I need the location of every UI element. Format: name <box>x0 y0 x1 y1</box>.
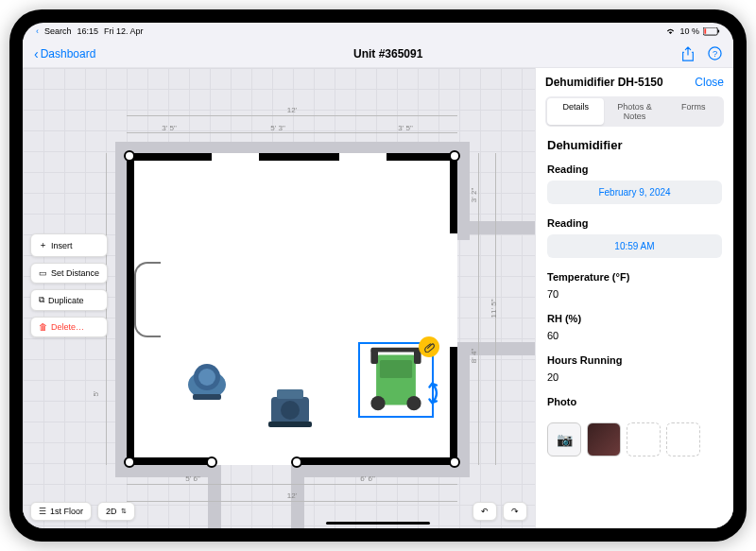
corner-handle[interactable] <box>449 150 460 162</box>
floor-selector[interactable]: ☰1st Floor <box>30 502 92 521</box>
tab-forms[interactable]: Forms <box>665 98 722 125</box>
nav-bar: ‹ Dashboard Unit #365091 ? <box>23 40 733 68</box>
photo-thumbnail[interactable] <box>587 422 621 456</box>
rh-label: RH (%) <box>547 313 722 324</box>
undo-button[interactable]: ↶ <box>472 502 497 521</box>
temperature-label: Temperature (°F) <box>547 271 722 283</box>
set-distance-label: Set Distance <box>51 268 99 278</box>
home-indicator[interactable] <box>326 522 430 525</box>
duplicate-button[interactable]: ⧉Duplicate <box>30 289 108 311</box>
hours-value[interactable]: 20 <box>547 371 722 383</box>
share-icon <box>681 46 695 61</box>
dim-line <box>127 115 457 116</box>
battery-icon <box>703 27 720 36</box>
set-distance-button[interactable]: ▭Set Distance <box>30 263 108 284</box>
air-mover-icon <box>264 380 316 432</box>
status-bar: ‹ Search 16:15 Fri 12. Apr 10 % <box>23 23 733 40</box>
camera-icon: 📷 <box>557 432 573 447</box>
dim-top-a: 3' 5" <box>127 124 212 132</box>
air-mover-icon <box>183 356 231 404</box>
section-title: Dehumidifier <box>536 134 733 160</box>
corner-handle[interactable] <box>124 150 135 162</box>
svg-point-10 <box>281 401 300 420</box>
paperclip-icon <box>424 342 435 353</box>
wall[interactable] <box>450 153 457 233</box>
tab-details[interactable]: Details <box>547 98 604 125</box>
air-mover-1[interactable] <box>183 356 231 404</box>
tab-photos-notes[interactable]: Photos & Notes <box>606 98 662 125</box>
rotate-handle[interactable] <box>428 380 443 411</box>
wall[interactable] <box>450 347 457 465</box>
plus-icon: ＋ <box>39 239 47 251</box>
ipad-frame: ‹ Search 16:15 Fri 12. Apr 10 % ‹ Dashbo… <box>9 9 747 542</box>
help-button[interactable]: ? <box>707 46 722 61</box>
svg-point-19 <box>406 396 421 410</box>
svg-rect-17 <box>370 348 421 353</box>
left-toolbar: ＋Insert ▭Set Distance ⧉Duplicate 🗑Delete… <box>30 233 108 337</box>
close-button[interactable]: Close <box>695 76 724 89</box>
insert-label: Insert <box>51 241 73 250</box>
wall[interactable] <box>297 457 457 465</box>
svg-point-18 <box>370 396 385 410</box>
dim-top-outer: 12' <box>127 106 457 114</box>
dim-right-a: 3' 2" <box>470 188 478 203</box>
corner-handle[interactable] <box>124 456 135 468</box>
delete-button[interactable]: 🗑Delete… <box>30 317 108 337</box>
view-mode-selector[interactable]: 2D⇅ <box>97 502 135 521</box>
floor-plan-canvas[interactable]: 12' 3' 5" 5' 3" 3' 5" 4' 5' 11' 5" 3' 2"… <box>23 68 535 528</box>
share-button[interactable] <box>680 46 696 61</box>
attachment-badge[interactable] <box>419 336 439 357</box>
svg-point-7 <box>198 369 215 386</box>
add-photo-camera[interactable]: 📷 <box>547 422 581 456</box>
wall[interactable] <box>127 457 212 465</box>
page-title: Unit #365091 <box>353 47 422 60</box>
floor-label: 1st Floor <box>50 507 83 516</box>
air-mover-2[interactable] <box>264 380 316 432</box>
status-back-label[interactable]: Search <box>44 26 72 36</box>
corner-handle[interactable] <box>449 456 460 468</box>
mode-label: 2D <box>106 507 117 516</box>
dim-bot-b: 6' 6" <box>278 474 457 483</box>
dehumidifier-icon <box>360 344 432 416</box>
back-button[interactable]: ‹ Dashboard <box>34 46 95 61</box>
chevron-updown-icon: ⇅ <box>121 508 127 515</box>
svg-rect-1 <box>704 28 706 33</box>
redo-button[interactable]: ↷ <box>503 502 527 521</box>
ruler-icon: ▭ <box>39 268 47 278</box>
reading-time-label: Reading <box>547 217 722 229</box>
wall[interactable] <box>387 153 457 161</box>
wall[interactable] <box>127 153 134 465</box>
status-back-chevron: ‹ <box>36 26 39 36</box>
hours-label: Hours Running <box>547 354 722 366</box>
tab-segment: Details Photos & Notes Forms <box>545 96 724 127</box>
dim-top-b: 5' 3" <box>235 124 320 132</box>
main-content: 12' 3' 5" 5' 3" 3' 5" 4' 5' 11' 5" 3' 2"… <box>23 68 733 528</box>
screen: ‹ Search 16:15 Fri 12. Apr 10 % ‹ Dashbo… <box>23 23 733 528</box>
battery-pct: 10 % <box>679 26 699 36</box>
svg-rect-11 <box>268 422 312 427</box>
svg-rect-2 <box>718 29 719 32</box>
insert-button[interactable]: ＋Insert <box>30 233 108 257</box>
rh-value[interactable]: 60 <box>547 330 722 341</box>
layers-icon: ☰ <box>39 507 46 516</box>
window-symbol[interactable] <box>134 262 161 337</box>
reading-date-label: Reading <box>547 164 722 175</box>
duplicate-icon: ⧉ <box>39 295 44 305</box>
corner-handle[interactable] <box>291 456 302 468</box>
status-time: 16:15 <box>77 26 99 36</box>
photo-empty-slot[interactable] <box>666 422 700 456</box>
undo-icon: ↶ <box>481 507 489 516</box>
temperature-value[interactable]: 70 <box>547 288 722 300</box>
dim-right-outer: 11' 5" <box>490 300 498 319</box>
reading-date-field[interactable]: February 9, 2024 <box>547 181 722 204</box>
wall[interactable] <box>127 153 212 161</box>
wall[interactable] <box>259 153 339 161</box>
dehumidifier-selected[interactable] <box>358 342 434 418</box>
trash-icon: 🗑 <box>39 322 47 332</box>
corner-handle[interactable] <box>206 456 217 468</box>
reading-time-field[interactable]: 10:59 AM <box>547 234 722 258</box>
panel-title: Dehumidifier DH-5150 <box>545 76 663 89</box>
wifi-icon <box>665 27 676 35</box>
svg-rect-14 <box>380 360 412 378</box>
photo-empty-slot[interactable] <box>627 422 661 456</box>
